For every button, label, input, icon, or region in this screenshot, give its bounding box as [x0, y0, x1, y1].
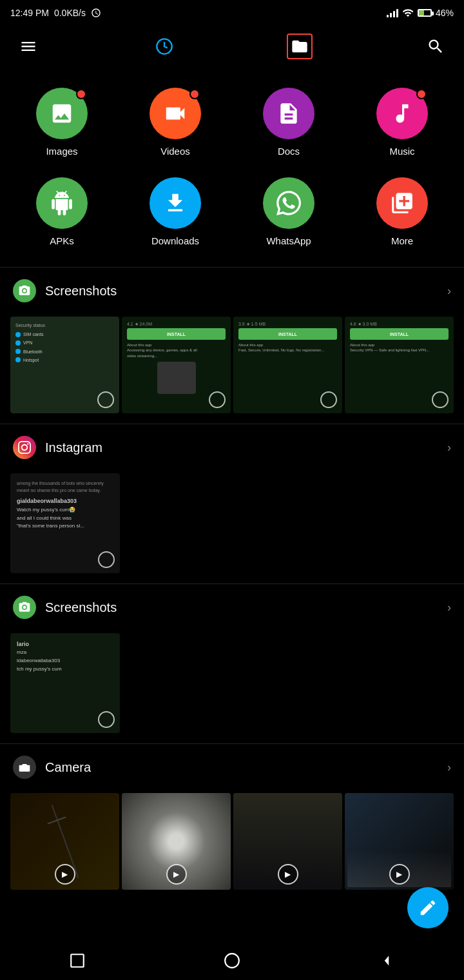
chevron-camera: › — [447, 761, 451, 774]
alarm-icon — [91, 8, 101, 18]
screenshots-thumbs-2: lario mza ldabeorwallaba303 tch my pussy… — [0, 631, 464, 743]
thumb-select-2[interactable] — [209, 391, 226, 408]
category-whatsapp[interactable]: WhatsApp — [232, 167, 345, 257]
images-circle — [36, 88, 88, 139]
thumb-camera-1[interactable]: ▶ — [10, 793, 119, 890]
images-badge — [76, 89, 86, 99]
thumb-select-4[interactable] — [432, 391, 449, 408]
thumb-ss1-4[interactable]: 4.6 ★ 3.0 MB INSTALL About this appSecur… — [345, 317, 454, 413]
status-right: 46% — [387, 7, 454, 19]
status-left: 12:49 PM 0.0KB/s — [10, 8, 101, 18]
instagram-thumbs: among the thousands of bots who sincerel… — [0, 471, 464, 583]
whatsapp-circle — [263, 177, 314, 229]
status-bar: 12:49 PM 0.0KB/s 46% — [0, 0, 464, 26]
thumb-ss2-1[interactable]: lario mza ldabeorwallaba303 tch my pussy… — [10, 633, 120, 733]
camera-title: Camera — [45, 760, 91, 775]
chevron-screenshots-2: › — [447, 601, 451, 614]
nav-bar — [0, 26, 464, 67]
play-icon-1: ▶ — [55, 864, 75, 885]
history-button[interactable] — [151, 34, 177, 59]
more-label: More — [391, 235, 413, 246]
svg-rect-2 — [71, 954, 84, 967]
thumb-camera-4[interactable]: ▶ — [345, 793, 454, 890]
category-grid: Images Videos Docs Music — [0, 67, 464, 267]
thumb-select-instagram[interactable] — [98, 551, 115, 568]
thumb-ss1-3[interactable]: 3.9 ★ 1-5 MB INSTALL About this appFast,… — [233, 317, 342, 413]
downloads-circle — [150, 177, 201, 229]
battery-icon — [418, 9, 432, 17]
section-instagram: Instagram › among the thousands of bots … — [0, 424, 464, 583]
screenshots-thumbs-1: Security status SIM cards VPN Bluetooth … — [0, 314, 464, 424]
section-header-left-camera: Camera — [13, 756, 91, 779]
section-screenshots-2: Screenshots › lario mza ldabeorwallaba30… — [0, 584, 464, 743]
category-music[interactable]: Music — [345, 77, 459, 167]
battery-percent: 46% — [436, 8, 454, 18]
search-button[interactable] — [423, 34, 449, 59]
category-videos[interactable]: Videos — [119, 77, 232, 167]
section-header-left-2: Screenshots — [13, 596, 117, 619]
play-icon-4: ▶ — [389, 864, 410, 885]
network-speed: 0.0KB/s — [54, 8, 86, 18]
camera-thumbs: ▶ ▶ ▶ ▶ — [0, 790, 464, 900]
thumb-instagram-1[interactable]: among the thousands of bots who sincerel… — [10, 473, 120, 573]
thumb-ss1-1[interactable]: Security status SIM cards VPN Bluetooth … — [10, 317, 119, 413]
more-circle — [376, 177, 428, 229]
section-header-screenshots-1[interactable]: Screenshots › — [0, 268, 464, 314]
menu-button[interactable] — [15, 34, 41, 59]
section-screenshots-1: Screenshots › Security status SIM cards … — [0, 268, 464, 424]
downloads-label: Downloads — [151, 235, 199, 246]
chevron-screenshots-1: › — [447, 284, 451, 298]
wifi-icon — [402, 7, 414, 19]
videos-badge — [189, 89, 200, 99]
bottom-nav — [0, 941, 464, 980]
category-apks[interactable]: APKs — [5, 167, 119, 257]
instagram-icon — [13, 436, 36, 459]
thumb-select-1[interactable] — [97, 391, 114, 408]
thumb-ss1-2[interactable]: 4.1 ★ 24.0M INSTALL About this appAccess… — [122, 317, 231, 413]
thumb-camera-3[interactable]: ▶ — [233, 793, 342, 890]
category-more[interactable]: More — [345, 167, 459, 257]
music-label: Music — [389, 146, 414, 157]
category-downloads[interactable]: Downloads — [119, 167, 232, 257]
nav-home-button[interactable] — [219, 948, 245, 974]
screenshots-title-2: Screenshots — [45, 600, 117, 615]
section-header-left-1: Screenshots — [13, 279, 117, 302]
nav-square-button[interactable] — [64, 948, 90, 974]
play-icon-2: ▶ — [166, 864, 187, 885]
section-header-screenshots-2[interactable]: Screenshots › — [0, 584, 464, 631]
svg-point-3 — [225, 954, 239, 968]
videos-circle — [150, 88, 201, 139]
screenshots-icon-1 — [13, 279, 36, 302]
section-header-instagram[interactable]: Instagram › — [0, 424, 464, 471]
svg-marker-4 — [385, 956, 389, 965]
section-header-left-insta: Instagram — [13, 436, 102, 459]
nav-back-button[interactable] — [374, 948, 400, 974]
signal-icon — [387, 8, 398, 17]
camera-icon — [13, 756, 36, 779]
apks-label: APKs — [50, 235, 74, 246]
folder-button[interactable] — [287, 34, 313, 59]
music-circle — [376, 88, 428, 139]
thumb-select-3[interactable] — [320, 391, 337, 408]
screenshots-icon-2 — [13, 596, 36, 619]
chevron-instagram: › — [447, 441, 451, 455]
section-camera: Camera › ▶ ▶ ▶ ▶ — [0, 744, 464, 900]
apks-circle — [36, 177, 88, 229]
time-display: 12:49 PM — [10, 8, 49, 18]
docs-circle — [263, 88, 314, 139]
music-badge — [416, 89, 427, 99]
fab-button[interactable] — [407, 887, 449, 928]
category-images[interactable]: Images — [5, 77, 119, 167]
category-docs[interactable]: Docs — [232, 77, 345, 167]
videos-label: Videos — [160, 146, 190, 157]
whatsapp-label: WhatsApp — [266, 235, 311, 246]
section-header-camera[interactable]: Camera › — [0, 744, 464, 790]
docs-label: Docs — [278, 146, 300, 157]
screenshots-title-1: Screenshots — [45, 284, 117, 299]
thumb-select-ss2[interactable] — [98, 711, 115, 728]
images-label: Images — [46, 146, 77, 157]
play-icon-3: ▶ — [278, 864, 298, 885]
thumb-camera-2[interactable]: ▶ — [122, 793, 231, 890]
instagram-title: Instagram — [45, 440, 102, 455]
